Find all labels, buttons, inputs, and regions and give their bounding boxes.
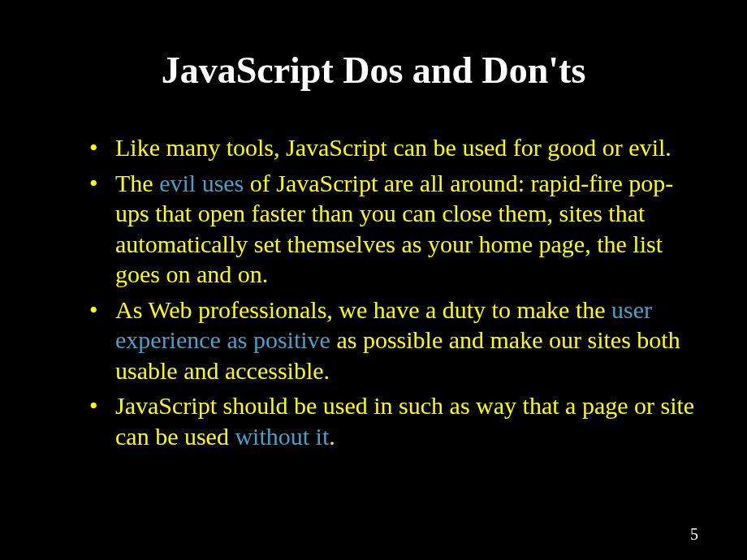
bullet-text-post: . [329, 423, 335, 450]
bullet-text-pre: The [115, 170, 159, 196]
page-number: 5 [690, 525, 698, 544]
bullet-text-pre: Like many tools, JavaScript can be used … [115, 134, 671, 161]
bullet-text-pre: JavaScript should be used in such as way… [115, 392, 694, 450]
bullet-text-pre: As Web professionals, we have a duty to … [115, 296, 611, 323]
bullet-item: Like many tools, JavaScript can be used … [89, 132, 698, 163]
bullet-item: JavaScript should be used in such as way… [89, 390, 698, 451]
bullet-item: As Web professionals, we have a duty to … [89, 295, 698, 386]
bullet-list: Like many tools, JavaScript can be used … [49, 132, 698, 451]
bullet-text-highlight: evil uses [159, 170, 244, 196]
slide-title: JavaScript Dos and Don'ts [49, 49, 698, 92]
bullet-item: The evil uses of JavaScript are all arou… [89, 168, 698, 290]
bullet-text-highlight: without it [235, 423, 329, 450]
slide-container: JavaScript Dos and Don'ts Like many tool… [0, 0, 747, 560]
